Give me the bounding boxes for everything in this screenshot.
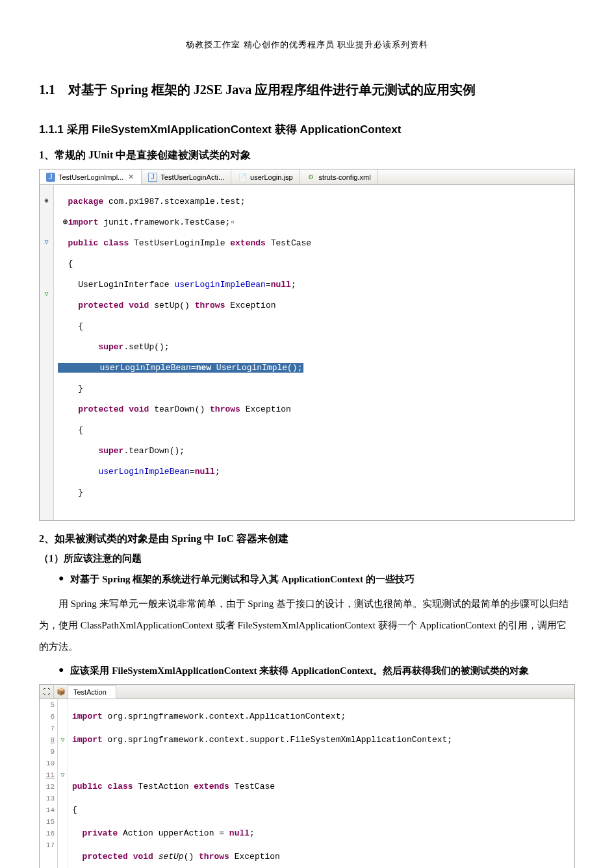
code-screenshot-1: J TestUserLoginImpl... ✕ J TestUserLogin…	[39, 169, 575, 521]
xml-file-icon: ⚙	[307, 173, 316, 182]
fold-icon[interactable]: ▽	[58, 769, 68, 781]
highlighted-line: userLoginImpleBean=new UserLoginImple();	[58, 363, 303, 373]
fold-icon[interactable]: ▽	[58, 734, 68, 746]
editor-tabs-2: ⛶ 📦 TestAction	[40, 685, 574, 699]
bullet-text: 对基于 Spring 框架的系统进行单元测试和导入其 ApplicationCo…	[70, 571, 414, 588]
bullet-item: ● 对基于 Spring 框架的系统进行单元测试和导入其 Application…	[58, 571, 575, 588]
fold-markers: ▽ ▽	[58, 699, 68, 868]
line-numbers: 5 6 7 8 9 10 11 12 13 14 15 16 17	[40, 699, 58, 868]
tab-label: userLogin.jsp	[250, 173, 292, 181]
tab-item[interactable]: ⚙ struts-config.xml	[300, 169, 378, 184]
tab-active[interactable]: TestAction	[68, 685, 116, 699]
bullet-icon: ●	[58, 571, 64, 586]
page-header: 杨教授工作室 精心创作的优秀程序员 职业提升必读系列资料	[39, 39, 575, 51]
tab-label: TestUserLoginImpl...	[58, 173, 123, 181]
bullet-text: 应该采用 FileSystemXmlApplicationContext 来获得…	[70, 663, 528, 680]
close-icon[interactable]: ✕	[127, 173, 134, 181]
section2-heading: 2、如果被测试类的对象是由 Spring 中 IoC 容器来创建	[39, 532, 575, 546]
heading-2: 1.1.1 采用 FileSystemXmlApplicationContext…	[39, 122, 575, 137]
editor-gutter: ⊕ ▽ ▽	[40, 185, 54, 520]
bullet-icon: ●	[58, 663, 64, 677]
code-screenshot-2: ⛶ 📦 TestAction 5 6 7 8 9 10 11 12 13 14 …	[39, 684, 575, 868]
code-area: package com.px1987.stcexample.test; ⊕imp…	[54, 185, 574, 520]
package-icon[interactable]: 📦	[54, 685, 68, 699]
tab-label: TestAction	[73, 688, 107, 696]
java-file-icon: J	[148, 173, 157, 182]
java-file-icon: J	[46, 173, 55, 182]
jsp-file-icon: 📄	[238, 173, 247, 182]
bullet-item: ● 应该采用 FileSystemXmlApplicationContext 来…	[58, 663, 575, 680]
tab-item[interactable]: 📄 userLogin.jsp	[231, 169, 300, 184]
heading-1: 1.1 对基于 Spring 框架的 J2SE Java 应用程序组件进行单元测…	[39, 77, 575, 103]
tab-active[interactable]: J TestUserLoginImpl... ✕	[40, 169, 142, 184]
tab-label: struts-config.xml	[319, 173, 371, 181]
expand-icon[interactable]: ⛶	[40, 685, 54, 699]
tab-item[interactable]: J TestUserLoginActi...	[142, 169, 231, 184]
section1-heading: 1、常规的 JUnit 中是直接创建被测试类的对象	[39, 149, 575, 162]
editor-tabs: J TestUserLoginImpl... ✕ J TestUserLogin…	[40, 169, 574, 185]
paragraph: 用 Spring 来写单元一般来说非常简单，由于 Spring 基于接口的设计，…	[39, 593, 575, 658]
tab-label: TestUserLoginActi...	[160, 173, 224, 181]
code-area-2: import org.springframework.context.Appli…	[68, 699, 574, 868]
subsection-label: （1）所应该注意的问题	[39, 552, 575, 565]
